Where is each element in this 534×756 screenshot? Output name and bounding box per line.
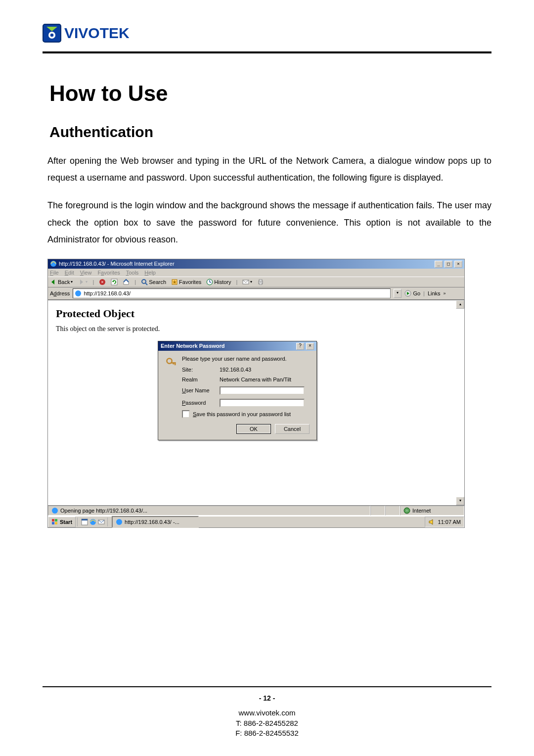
svg-point-24 [52,508,58,514]
password-label: Password [182,400,215,406]
minimize-button[interactable]: _ [435,261,443,268]
header-rule [43,51,491,53]
go-button[interactable]: Go [404,290,420,297]
ie-quicklaunch-icon[interactable] [89,519,96,525]
site-value: 192.168.0.43 [220,367,310,373]
svg-rect-29 [55,522,57,524]
svg-point-34 [116,519,122,525]
brand-logo: VIVOTEK [43,24,491,43]
mail-button[interactable]: ▾ [242,279,252,285]
ie-page-loading-icon [51,507,58,514]
windows-taskbar: Start http://192.168.0.43/ -... 11:07 AM [48,516,464,527]
mail-icon [242,279,249,285]
address-value: http://192.168.0.43/ [84,290,131,296]
status-main: Opening page http://192.168.0.43/... [48,506,370,516]
volume-icon[interactable] [428,519,435,525]
paragraph-2: The foreground is the login window and t… [47,197,491,248]
history-icon [206,279,213,285]
print-icon[interactable] [257,279,264,285]
ie-title-text: http://192.168.0.43/ - Microsoft Interne… [59,261,175,267]
address-dropdown[interactable]: ▾ [394,289,401,298]
taskbar-ie-task[interactable]: http://192.168.0.43/ -... [112,516,199,528]
home-icon[interactable] [123,279,130,285]
ok-button[interactable]: OK [236,424,271,434]
refresh-icon[interactable] [111,279,118,285]
svg-rect-26 [52,519,54,521]
dialog-help-button[interactable]: ? [296,343,304,350]
username-input[interactable] [220,386,305,395]
taskbar-separator [77,518,79,526]
save-password-checkbox[interactable] [182,410,190,418]
toolbar-separator: | [236,279,238,285]
heading-how-to-use: How to Use [49,81,491,106]
svg-rect-16 [259,280,262,281]
footer-rule [43,686,491,687]
forward-button: ▾ [78,279,88,285]
menu-tools[interactable]: Tools [126,270,139,276]
page-number: - 12 - [0,694,534,702]
heading-authentication: Authentication [49,124,491,141]
footer-site: www.vivotek.com [0,708,534,718]
status-empty-1 [370,506,385,516]
ie-task-icon [116,519,123,525]
menu-favorites[interactable]: Favorites [97,270,120,276]
password-input[interactable] [220,399,305,407]
dialog-titlebar: Enter Network Password ? × [158,341,316,351]
internet-zone-icon [403,507,410,514]
outlook-quicklaunch-icon[interactable] [98,519,105,525]
toolbar-separator: | [134,279,136,285]
protected-object-heading: Protected Object [56,307,456,320]
dialog-close-button[interactable]: × [306,343,314,350]
system-tray: 11:07 AM [425,517,464,527]
quick-launch [80,519,106,525]
svg-rect-28 [52,522,54,524]
site-label: Site: [182,367,215,373]
search-button[interactable]: Search [141,279,166,285]
maximize-button[interactable]: □ [445,261,452,268]
status-zone: Internet [400,506,464,516]
favorites-icon [171,279,178,285]
menu-help[interactable]: Help [144,270,156,276]
show-desktop-icon[interactable] [81,519,88,525]
svg-text:×: × [101,280,104,284]
username-label: User Name [182,387,215,393]
menu-edit[interactable]: Edit [65,270,74,276]
back-button[interactable]: Back ▾ [50,279,73,285]
menu-file[interactable]: FFileile [50,270,59,276]
svg-rect-23 [173,362,174,364]
windows-logo-icon [51,519,58,525]
history-button[interactable]: History [206,279,231,285]
tray-clock: 11:07 AM [438,519,461,525]
links-chevron[interactable]: » [444,291,446,296]
ie-menubar: FFileile Edit View Favorites Tools Help [48,269,464,277]
scroll-down-button[interactable]: ▾ [456,497,464,505]
go-arrow-icon [404,290,411,297]
svg-rect-17 [259,283,262,284]
stop-icon[interactable]: × [99,279,106,285]
address-label: Address [50,290,70,296]
scroll-up-button[interactable]: ▴ [456,300,464,309]
realm-label: Realm [182,377,215,382]
realm-value: Network Camera with Pan/Tilt [220,377,310,382]
address-field[interactable]: http://192.168.0.43/ [73,288,391,298]
page-footer: - 12 - www.vivotek.com T: 886-2-82455282… [0,686,534,738]
ie-statusbar: Opening page http://192.168.0.43/... Int… [48,505,464,516]
search-icon [141,279,148,285]
logo-mark-icon [43,24,61,43]
favorites-button[interactable]: Favorites [171,279,201,285]
svg-point-8 [142,280,146,284]
menu-view[interactable]: View [80,270,92,276]
cancel-button[interactable]: Cancel [275,424,310,434]
forward-arrow-icon [78,279,85,285]
close-button[interactable]: × [454,261,462,268]
dialog-prompt: Please type your user name and password. [182,356,310,362]
svg-rect-27 [55,519,57,521]
links-label[interactable]: Links [428,290,441,296]
back-arrow-icon [50,279,57,285]
start-button[interactable]: Start [48,517,76,527]
ie-titlebar: http://192.168.0.43/ - Microsoft Interne… [48,259,464,269]
auth-dialog: Enter Network Password ? × Please type y… [158,341,317,440]
svg-point-18 [75,290,81,296]
paragraph-1: After opening the Web browser and typing… [47,152,491,186]
footer-fax: F: 886-2-82455532 [0,728,534,738]
